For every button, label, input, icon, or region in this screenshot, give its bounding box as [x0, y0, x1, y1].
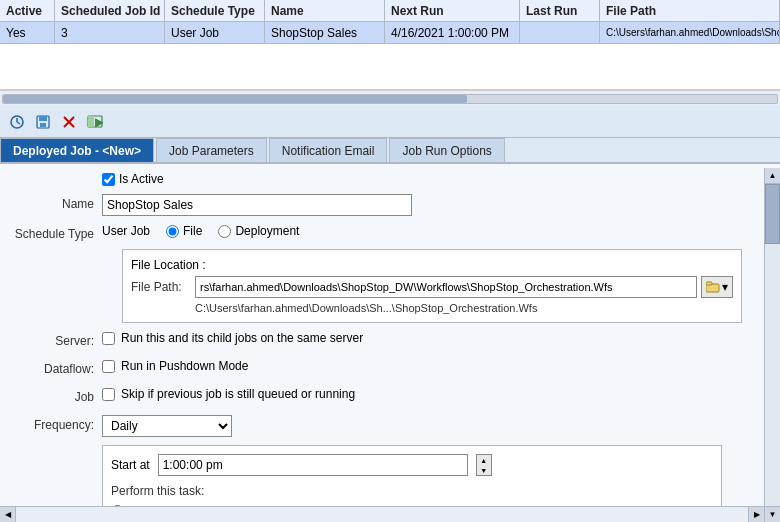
dataflow-checkbox-row: Run in Pushdown Mode — [102, 359, 756, 373]
clock-icon[interactable] — [6, 111, 28, 133]
time-spinner: ▲ ▼ — [476, 454, 492, 476]
file-location-content: File Location : File Path: ▾ — [102, 249, 756, 323]
dataflow-checkbox[interactable] — [102, 360, 115, 373]
is-active-row: Is Active — [12, 172, 756, 186]
start-at-row: Start at ▲ ▼ — [111, 454, 713, 476]
hscrollbar-track[interactable] — [2, 94, 778, 104]
cell-sched-id: 3 — [55, 22, 165, 43]
jobs-table: Active Scheduled Job Id Schedule Type Na… — [0, 0, 780, 90]
radio-deployment-label: Deployment — [235, 224, 299, 238]
name-content — [102, 194, 756, 216]
toolbar: ▶ — [0, 106, 780, 138]
hscrollbar-thumb[interactable] — [3, 95, 467, 103]
start-at-input[interactable] — [158, 454, 468, 476]
cell-sched-type: User Job — [165, 22, 265, 43]
file-path-row: File Path: ▾ — [131, 276, 733, 298]
delete-icon[interactable] — [58, 111, 80, 133]
is-active-checkbox[interactable] — [102, 173, 115, 186]
scroll-right-button[interactable]: ▶ — [748, 507, 764, 522]
tabs-bar: Deployed Job - <New> Job Parameters Noti… — [0, 138, 780, 164]
radio-deployment[interactable] — [218, 225, 231, 238]
dataflow-label: Dataflow: — [12, 359, 102, 376]
file-path-display: C:\Users\farhan.ahmed\Downloads\Sh...\Sh… — [131, 302, 733, 314]
dataflow-content: Run in Pushdown Mode — [102, 359, 756, 379]
svg-rect-12 — [706, 282, 712, 285]
radio-file-item: File — [166, 224, 202, 238]
file-location-box: File Location : File Path: ▾ — [122, 249, 742, 323]
server-row: Server: Run this and its child jobs on t… — [12, 331, 756, 351]
radio-file[interactable] — [166, 225, 179, 238]
svg-rect-5 — [40, 123, 46, 127]
dataflow-checkbox-label: Run in Pushdown Mode — [121, 359, 248, 373]
export-icon[interactable]: ▶ — [84, 111, 106, 133]
file-path-label: File Path: — [131, 280, 191, 294]
cell-file-path: C:\Users\farhan.ahmed\Downloads\ShopStop… — [600, 22, 780, 43]
job-checkbox-label: Skip if previous job is still queued or … — [121, 387, 355, 401]
scroll-left-button[interactable]: ◀ — [0, 507, 16, 522]
schedule-type-content: User Job File Deployment — [102, 224, 756, 238]
frequency-content: Daily Weekly Monthly Once — [102, 415, 756, 437]
header-sched-id: Scheduled Job Id — [55, 0, 165, 21]
cell-last-run — [520, 22, 600, 43]
server-checkbox[interactable] — [102, 332, 115, 345]
schedule-type-value: User Job — [102, 224, 150, 238]
schedule-type-radio-group: User Job File Deployment — [102, 224, 756, 238]
form-area: Is Active Name Schedule Type User Job Fi… — [0, 164, 780, 522]
file-location-row: File Location : File Path: ▾ — [12, 249, 756, 323]
frequency-select[interactable]: Daily Weekly Monthly Once — [102, 415, 232, 437]
table-hscrollbar[interactable] — [0, 90, 780, 106]
main-window: Active Scheduled Job Id Schedule Type Na… — [0, 0, 780, 522]
dataflow-row: Dataflow: Run in Pushdown Mode — [12, 359, 756, 379]
tab-job-run-options[interactable]: Job Run Options — [389, 138, 504, 162]
job-label: Job — [12, 387, 102, 404]
header-name: Name — [265, 0, 385, 21]
job-checkbox-row: Skip if previous job is still queued or … — [102, 387, 756, 401]
bottom-scrollbar[interactable]: ◀ ▶ — [0, 506, 764, 522]
time-spinner-up[interactable]: ▲ — [477, 455, 491, 465]
file-location-label: File Location : — [131, 258, 733, 272]
header-file-path: File Path — [600, 0, 780, 21]
cell-name: ShopStop Sales — [265, 22, 385, 43]
header-sched-type: Schedule Type — [165, 0, 265, 21]
svg-line-2 — [17, 122, 20, 124]
schedule-type-row: Schedule Type User Job File Deployment — [12, 224, 756, 241]
job-checkbox[interactable] — [102, 388, 115, 401]
file-browse-button[interactable]: ▾ — [701, 276, 733, 298]
file-path-input[interactable] — [195, 276, 697, 298]
server-checkbox-label: Run this and its child jobs on the same … — [121, 331, 363, 345]
scroll-up-button[interactable]: ▲ — [765, 168, 780, 184]
time-spinner-down[interactable]: ▼ — [477, 465, 491, 475]
server-label: Server: — [12, 331, 102, 348]
radio-deployment-item: Deployment — [218, 224, 299, 238]
file-location-spacer — [12, 249, 102, 252]
cell-active: Yes — [0, 22, 55, 43]
vscrollbar-thumb[interactable] — [765, 184, 780, 244]
server-checkbox-row: Run this and its child jobs on the same … — [102, 331, 756, 345]
name-input[interactable] — [102, 194, 412, 216]
hscroll-track[interactable] — [16, 507, 748, 522]
svg-rect-4 — [39, 116, 47, 121]
frequency-label: Frequency: — [12, 415, 102, 432]
browse-arrow: ▾ — [722, 280, 728, 294]
name-row: Name — [12, 194, 756, 216]
job-row: Job Skip if previous job is still queued… — [12, 387, 756, 407]
save-icon[interactable] — [32, 111, 54, 133]
perform-label: Perform this task: — [111, 484, 713, 498]
table-header-row: Active Scheduled Job Id Schedule Type Na… — [0, 0, 780, 22]
scroll-down-button[interactable]: ▼ — [765, 506, 780, 522]
schedule-spacer — [12, 445, 102, 448]
svg-rect-9 — [88, 116, 94, 127]
tab-job-parameters[interactable]: Job Parameters — [156, 138, 267, 162]
table-row[interactable]: Yes 3 User Job ShopStop Sales 4/16/2021 … — [0, 22, 780, 44]
header-next-run: Next Run — [385, 0, 520, 21]
frequency-row: Frequency: Daily Weekly Monthly Once — [12, 415, 756, 437]
tab-deployed-job[interactable]: Deployed Job - <New> — [0, 138, 154, 162]
schedule-type-label: Schedule Type — [12, 224, 102, 241]
server-content: Run this and its child jobs on the same … — [102, 331, 756, 351]
cell-next-run: 4/16/2021 1:00:00 PM — [385, 22, 520, 43]
job-content: Skip if previous job is still queued or … — [102, 387, 756, 407]
header-active: Active — [0, 0, 55, 21]
tab-notification-email[interactable]: Notification Email — [269, 138, 388, 162]
vertical-scrollbar[interactable]: ▲ ▼ — [764, 168, 780, 522]
start-at-label: Start at — [111, 458, 150, 472]
